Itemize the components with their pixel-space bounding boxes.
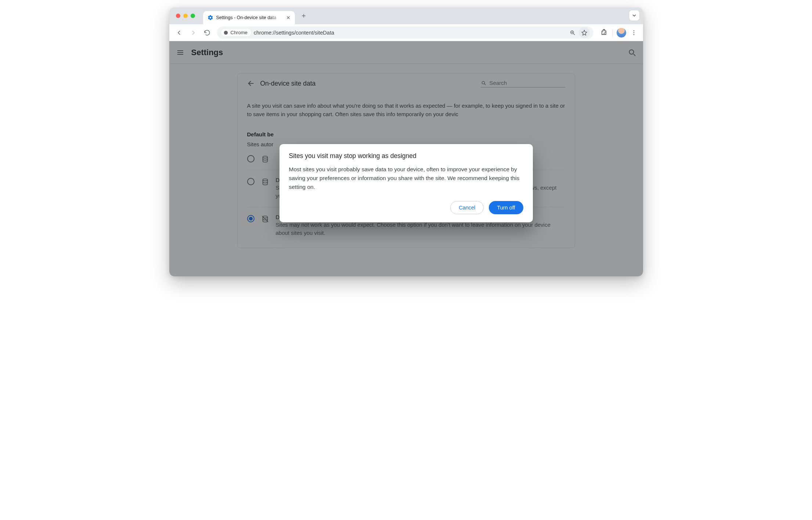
forward-button[interactable] xyxy=(187,26,199,39)
tab-title: Settings - On-device site data xyxy=(216,15,282,20)
confirm-dialog: Sites you visit may stop working as desi… xyxy=(279,144,533,222)
browser-tab[interactable]: Settings - On-device site data xyxy=(203,11,295,24)
content-viewport: Settings On-device site data A site you xyxy=(169,41,643,276)
back-button[interactable] xyxy=(173,26,185,39)
divider xyxy=(613,29,613,36)
cancel-button[interactable]: Cancel xyxy=(450,201,484,214)
tab-search-button[interactable] xyxy=(629,10,639,21)
bookmark-button[interactable] xyxy=(579,27,590,38)
toolbar-right xyxy=(597,27,639,38)
address-bar[interactable]: Chrome chrome://settings/content/siteDat… xyxy=(217,26,593,39)
browser-toolbar: Chrome chrome://settings/content/siteDat… xyxy=(169,24,643,41)
browser-window: Settings - On-device site data C xyxy=(169,7,643,276)
close-tab-button[interactable] xyxy=(285,15,291,21)
turn-off-button[interactable]: Turn off xyxy=(489,201,523,214)
close-window-button[interactable] xyxy=(176,14,180,18)
gear-icon xyxy=(207,15,213,21)
url-text: chrome://settings/content/siteData xyxy=(254,30,334,36)
site-chip[interactable]: Chrome xyxy=(221,28,252,37)
reload-button[interactable] xyxy=(201,26,213,39)
zoom-icon[interactable] xyxy=(567,27,578,38)
window-controls xyxy=(174,7,199,24)
dialog-body: Most sites you visit probably save data … xyxy=(289,165,523,191)
kebab-menu-button[interactable] xyxy=(628,27,639,38)
new-tab-button[interactable] xyxy=(299,11,309,21)
extensions-button[interactable] xyxy=(599,27,610,38)
dialog-title: Sites you visit may stop working as desi… xyxy=(289,152,523,160)
minimize-window-button[interactable] xyxy=(183,14,188,18)
svg-point-4 xyxy=(633,34,634,35)
omnibox-actions xyxy=(567,27,590,38)
svg-point-0 xyxy=(224,31,228,35)
tab-strip: Settings - On-device site data xyxy=(169,7,643,24)
dialog-actions: Cancel Turn off xyxy=(289,201,523,214)
site-chip-label: Chrome xyxy=(231,30,248,35)
profile-button[interactable] xyxy=(616,27,627,38)
avatar xyxy=(617,28,626,37)
svg-point-2 xyxy=(633,30,634,31)
tab-strip-right xyxy=(629,10,639,21)
maximize-window-button[interactable] xyxy=(191,14,195,18)
svg-point-3 xyxy=(633,32,634,33)
